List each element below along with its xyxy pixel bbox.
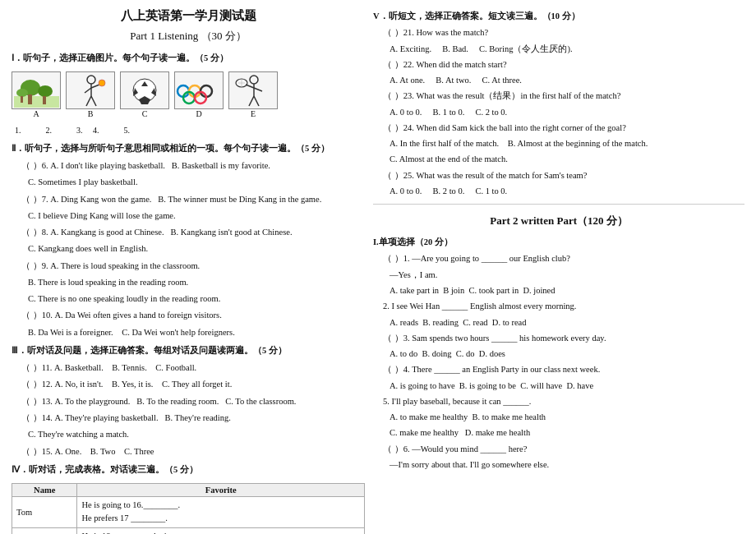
s2-item6c: C. Sometimes I play basketball. bbox=[12, 176, 365, 189]
sc-item1-q2: —Yes，I am. bbox=[373, 269, 744, 282]
svg-line-27 bbox=[254, 96, 259, 106]
s3-item13: （ ）13. A. To the playground. B. To the r… bbox=[12, 395, 365, 408]
s5-item24-c: C. Almost at the end of the match. bbox=[373, 153, 744, 166]
mary-favorite: He is 18.________ playing soccer. She li… bbox=[77, 527, 365, 534]
image-col-a: A bbox=[12, 71, 61, 118]
section1-header: Ⅰ．听句子，选择正确图片。每个句子读一遍。（5 分） bbox=[12, 52, 365, 65]
svg-line-32 bbox=[254, 88, 262, 91]
sc-item2-choices: A. reads B. reading C. read D. to read bbox=[373, 316, 744, 329]
section4-table: Name Favorite Tom He is going to 16.____… bbox=[12, 483, 365, 534]
image-d bbox=[174, 71, 224, 109]
s3-item14c: C. They're watching a match. bbox=[12, 428, 365, 441]
sc-item6: （ ）6. —Would you mind ______ here? bbox=[373, 443, 744, 456]
sc-item4: （ ）4. There ______ an English Party in o… bbox=[373, 363, 744, 376]
part2-title: Part 2 written Part（120 分） bbox=[373, 214, 744, 228]
image-a-label: A bbox=[33, 109, 39, 118]
svg-line-13 bbox=[91, 96, 96, 106]
s5-item24-a: A. In the first half of the match. B. Al… bbox=[373, 137, 744, 150]
image-col-c: C bbox=[120, 71, 169, 118]
part1-title: Part 1 Listening （30 分） bbox=[12, 29, 365, 44]
s3-item15: （ ）15. A. One. B. Two C. Three bbox=[12, 445, 365, 458]
tom-fav2: He prefers 17 ________. bbox=[81, 512, 360, 525]
s5-item21: （ ）21. How was the match? bbox=[373, 26, 744, 39]
svg-rect-2 bbox=[28, 94, 32, 104]
image-e-label: E bbox=[251, 109, 256, 118]
image-e bbox=[228, 71, 278, 109]
section3-header: Ⅲ．听对话及问题，选择正确答案。每组对话及问题读两遍。（5 分） bbox=[12, 344, 365, 357]
svg-point-5 bbox=[16, 89, 28, 97]
svg-point-11 bbox=[99, 80, 105, 86]
part2-divider bbox=[373, 204, 744, 205]
s5-item22-choices: A. At one. B. At two. C. At three. bbox=[373, 74, 744, 87]
svg-line-9 bbox=[85, 88, 91, 93]
table-row-tom: Tom He is going to 16.________. He prefe… bbox=[12, 497, 365, 528]
tom-fav1: He is going to 16.________. bbox=[81, 499, 360, 512]
tom-favorite: He is going to 16.________. He prefers 1… bbox=[77, 497, 365, 528]
image-number-labels: 1. 2. 3. 4. 5. bbox=[12, 124, 365, 137]
mary-fav1: He is 18.________ playing soccer. bbox=[81, 530, 360, 534]
s5-item23-choices: A. 0 to 0. B. 1 to 0. C. 2 to 0. bbox=[373, 106, 744, 119]
image-row: A B bbox=[12, 71, 365, 118]
svg-point-7 bbox=[87, 76, 95, 84]
s2-item10bc: B. Da Wei is a foreigner. C. Da Wei won'… bbox=[12, 326, 365, 339]
s3-item12: （ ）12. A. No, it isn't. B. Yes, it is. C… bbox=[12, 378, 365, 391]
s2-item8c: C. Kangkang does well in English. bbox=[12, 242, 365, 255]
s2-item8: （ ）8. A. Kangkang is good at Chinese. B.… bbox=[12, 226, 365, 239]
s2-item9b: B. There is loud speaking in the reading… bbox=[12, 276, 365, 289]
s2-item10: （ ）10. A. Da Wei often gives a hand to f… bbox=[12, 309, 365, 322]
image-c bbox=[120, 71, 169, 109]
s5-item22: （ ）22. When did the match start? bbox=[373, 58, 744, 71]
sc-item1-choices: A. take part in B join C. took part in D… bbox=[373, 284, 744, 297]
left-column: 八上英语第一学月测试题 Part 1 Listening （30 分） Ⅰ．听句… bbox=[12, 8, 365, 527]
main-title: 八上英语第一学月测试题 bbox=[12, 8, 365, 24]
tom-name: Tom bbox=[12, 497, 77, 528]
section4-header: Ⅳ．听对话，完成表格。对话读三遍。（5 分） bbox=[12, 463, 365, 476]
listening-table: Name Favorite Tom He is going to 16.____… bbox=[12, 483, 365, 534]
s5-item21-choices: A. Exciting. B. Bad. C. Boring（令人生厌的). bbox=[373, 43, 744, 56]
image-c-label: C bbox=[142, 109, 148, 118]
svg-line-12 bbox=[86, 96, 91, 106]
s2-item9c: C. There is no one speaking loudly in th… bbox=[12, 292, 365, 306]
section2-header: Ⅱ．听句子，选择与所听句子意思相同或相近的一项。每个句子读一遍。（5 分） bbox=[12, 142, 365, 155]
svg-rect-4 bbox=[43, 96, 46, 104]
svg-line-26 bbox=[249, 96, 254, 106]
s2-item9: （ ）9. A. There is loud speaking in the c… bbox=[12, 260, 365, 273]
table-row-mary: Mary He is 18.________ playing soccer. S… bbox=[12, 527, 365, 534]
sc-item5: 5. I'll play baseball, because it can __… bbox=[373, 395, 744, 408]
svg-point-3 bbox=[38, 85, 53, 97]
table-header-favorite: Favorite bbox=[77, 484, 365, 497]
s3-item14: （ ）14. A. They're playing basketball. B.… bbox=[12, 412, 365, 425]
s5-item23: （ ）23. What was the result（结果）in the fir… bbox=[373, 90, 744, 103]
s5-item24: （ ）24. When did Sam kick the ball into t… bbox=[373, 122, 744, 135]
svg-line-10 bbox=[91, 85, 99, 88]
svg-point-24 bbox=[250, 76, 258, 84]
sc-item6-q2: —I'm sorry about that. I'll go somewhere… bbox=[373, 458, 744, 472]
section5-header: V．听短文，选择正确答案。短文读三遍。（10 分） bbox=[373, 10, 744, 23]
sc-item1: （ ）1. —Are you going to ______ our Engli… bbox=[373, 252, 744, 265]
s2-item7: （ ）7. A. Ding Kang won the game. B. The … bbox=[12, 193, 365, 206]
s5-item25: （ ）25. What was the result of the match … bbox=[373, 169, 744, 182]
svg-rect-6 bbox=[21, 96, 23, 103]
image-col-d: D bbox=[174, 71, 224, 118]
s5-item25-choices: A. 0 to 0. B. 2 to 0. C. 1 to 0. bbox=[373, 185, 744, 198]
image-d-label: D bbox=[196, 109, 201, 118]
image-b-label: B bbox=[88, 109, 94, 118]
table-header-name: Name bbox=[12, 484, 77, 497]
s2-item6: （ ）6. A. I don't like playing basketball… bbox=[12, 159, 365, 173]
single-choice-header: I.单项选择（20 分） bbox=[373, 236, 744, 249]
s2-item7c: C. I believe Ding Kang will lose the gam… bbox=[12, 209, 365, 223]
sc-item5-choices: A. to make me healthy B. to make me heal… bbox=[373, 411, 744, 424]
mary-name: Mary bbox=[12, 527, 77, 534]
sc-item5-choices2: C. make me healthy D. make me health bbox=[373, 426, 744, 440]
sc-item2: 2. I see Wei Han ______ English almost e… bbox=[373, 300, 744, 313]
image-col-b: B bbox=[66, 71, 115, 118]
image-col-e: E bbox=[228, 71, 278, 118]
image-b bbox=[66, 71, 115, 109]
sc-item3: （ ）3. Sam spends two hours ______ his ho… bbox=[373, 332, 744, 345]
sc-item4-choices: A. is going to have B. is going to be C.… bbox=[373, 380, 744, 393]
right-column: V．听短文，选择正确答案。短文读三遍。（10 分） （ ）21. How was… bbox=[373, 8, 744, 527]
sc-item3-choices: A. to do B. doing C. do D. does bbox=[373, 348, 744, 361]
s3-item11: （ ）11. A. Basketball. B. Tennis. C. Foot… bbox=[12, 361, 365, 375]
image-a bbox=[12, 71, 61, 109]
